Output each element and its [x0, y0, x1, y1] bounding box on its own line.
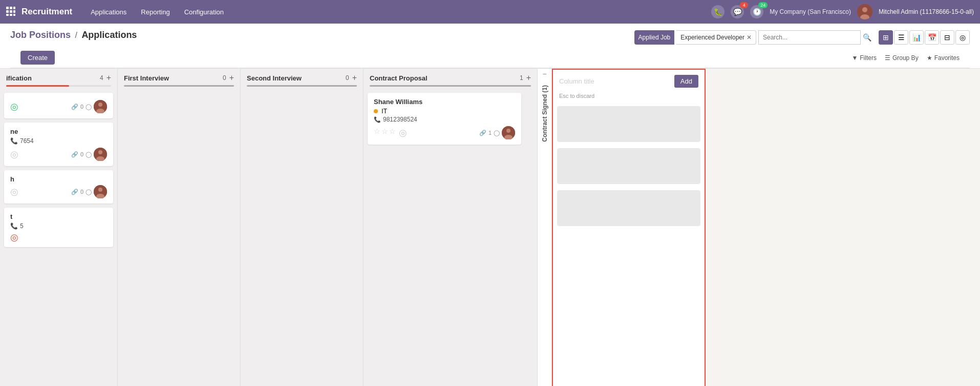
svg-rect-8	[13, 14, 15, 16]
kanban-col-collapsed-contract-signed: − Contract Signed (1)	[538, 69, 552, 386]
breadcrumb-current: Applications	[81, 30, 137, 40]
col-header-first-interview: First Interview 0 +	[118, 69, 240, 85]
star-1[interactable]: ☆	[374, 127, 380, 138]
col-progress-qualification	[6, 85, 111, 87]
chat-badge: 4	[740, 2, 748, 8]
favorites-label: Favorites	[934, 54, 960, 62]
card-phone: 📞 7654	[10, 137, 107, 145]
kanban-card-shane[interactable]: Shane Williams IT 📞 9812398524 ☆ ☆ ☆ ◎	[368, 93, 521, 145]
card-phone: 📞 5	[10, 222, 107, 230]
filters-label: Filters	[860, 54, 877, 62]
view-activity-btn[interactable]: ◎	[955, 30, 970, 45]
card-meta-shane: 🔗 1 ◯	[479, 126, 515, 139]
link-icon: 🔗	[71, 151, 78, 158]
breadcrumb-parent[interactable]: Job Positions	[10, 30, 71, 40]
placeholder-card-3	[557, 190, 700, 226]
col-count-second-interview: 0	[346, 74, 349, 82]
nav-right-area: 🐛 💬 4 🕐 24 My Company (San Francisco) Mi…	[711, 4, 974, 19]
card-status-dot: ◯	[86, 104, 92, 110]
new-col-hint: Esc to discard	[553, 93, 705, 103]
star-3[interactable]: ☆	[389, 127, 396, 138]
chat-icon-wrapper[interactable]: 💬 4	[731, 5, 744, 18]
clock-badge: 24	[758, 2, 768, 8]
col-header-qualification: ification 4 +	[0, 69, 117, 85]
kanban-cards-qualification: ◎ 🔗 0 ◯ ne 📞 7654	[0, 90, 117, 386]
card-name: ne	[10, 128, 107, 135]
col-title-qualification: ification	[6, 74, 32, 82]
phone-icon: 📞	[374, 116, 381, 123]
col-count-contract-proposal: 1	[520, 74, 523, 82]
col-count-qualification: 4	[100, 74, 103, 82]
card-name: h	[10, 175, 107, 183]
col-add-qualification[interactable]: +	[106, 74, 111, 82]
add-col-button[interactable]: Add	[674, 75, 698, 88]
star-2[interactable]: ☆	[381, 127, 388, 138]
nav-applications[interactable]: Applications	[84, 5, 133, 19]
svg-rect-6	[6, 14, 9, 16]
filter-tag-label: Applied Job	[634, 30, 675, 45]
search-input[interactable]	[758, 30, 861, 45]
card-status-icon: ◎	[10, 187, 18, 196]
card-dept-shane: IT	[374, 108, 515, 115]
card-status-dot: ◯	[86, 189, 92, 195]
card-status-icon: ◎	[10, 102, 18, 111]
kanban-col-new: Add Esc to discard	[552, 69, 706, 386]
collapse-btn[interactable]: −	[540, 69, 550, 79]
col-progress-fill-second-interview	[247, 85, 357, 87]
group-by-btn[interactable]: ☰ Group By	[885, 54, 919, 62]
star-rating: ☆ ☆ ☆ ◎	[374, 127, 407, 138]
kanban-card[interactable]: ne 📞 7654 ◎ 🔗 0 ◯	[4, 123, 113, 166]
filter-tag-value: Experienced Developer ✕	[676, 30, 756, 45]
col-progress-first-interview	[124, 85, 234, 87]
bug-icon-wrapper[interactable]: 🐛	[711, 5, 725, 18]
user-name: Mitchell Admin (11178666-15-0-all)	[879, 8, 974, 15]
card-name-shane: Shane Williams	[374, 98, 515, 106]
kanban-col-second-interview: Second Interview 0 +	[241, 69, 364, 386]
view-table-btn[interactable]: ⊟	[940, 30, 954, 45]
vertical-col-title[interactable]: Contract Signed (1)	[541, 79, 548, 148]
card-name: t	[10, 213, 107, 220]
nav-reporting[interactable]: Reporting	[135, 5, 176, 19]
favorites-btn[interactable]: ★ Favorites	[927, 54, 960, 62]
kanban-card[interactable]: t 📞 5 ◎	[4, 208, 113, 247]
card-footer: ◎ 🔗 0 ◯	[10, 185, 107, 198]
clock-icon-wrapper[interactable]: 🕐 24	[750, 5, 763, 18]
card-phone-shane: 📞 9812398524	[374, 116, 515, 123]
phone-icon: 📞	[10, 222, 18, 230]
col-progress-fill-contract-proposal	[370, 85, 531, 87]
svg-rect-4	[10, 10, 12, 13]
minus-icon: −	[542, 70, 546, 78]
avatar	[94, 100, 107, 113]
user-avatar[interactable]	[857, 4, 872, 19]
svg-rect-2	[13, 7, 15, 9]
filter-tag-close[interactable]: ✕	[747, 34, 752, 41]
bug-icon[interactable]: 🐛	[711, 5, 725, 18]
kanban-col-contract-proposal: Contract Proposal 1 + Shane Williams IT …	[364, 69, 538, 386]
card-meta: 🔗 0 ◯	[71, 185, 107, 198]
app-grid-icon[interactable]	[6, 7, 15, 17]
search-icon[interactable]: 🔍	[863, 33, 871, 42]
view-kanban-btn[interactable]: ⊞	[879, 30, 893, 45]
kanban-card[interactable]: ◎ 🔗 0 ◯	[4, 93, 113, 118]
svg-point-16	[98, 150, 102, 154]
nav-configuration[interactable]: Configuration	[178, 5, 230, 19]
card-status-icon: ◎	[10, 150, 18, 159]
new-col-input[interactable]	[559, 77, 670, 85]
filters-btn[interactable]: ▼ Filters	[851, 54, 877, 62]
view-list-btn[interactable]: ☰	[894, 30, 908, 45]
create-button[interactable]: Create	[20, 51, 55, 65]
avatar-shane	[502, 126, 515, 139]
col-add-second-interview[interactable]: +	[352, 74, 357, 82]
svg-point-22	[506, 129, 510, 133]
col-progress-fill-qualification	[6, 85, 69, 87]
kanban-board: ification 4 + ◎ 🔗 0 ◯	[0, 69, 980, 386]
col-add-first-interview[interactable]: +	[229, 74, 234, 82]
view-calendar-btn[interactable]: 📅	[925, 30, 939, 45]
col-add-contract-proposal[interactable]: +	[526, 74, 531, 82]
card-meta: 🔗 0 ◯	[71, 100, 107, 113]
avatar	[94, 148, 107, 161]
kanban-col-qualification: ification 4 + ◎ 🔗 0 ◯	[0, 69, 118, 386]
view-chart-btn[interactable]: 📊	[909, 30, 924, 45]
kanban-card[interactable]: h ◎ 🔗 0 ◯	[4, 170, 113, 204]
col-title-first-interview: First Interview	[124, 74, 169, 82]
